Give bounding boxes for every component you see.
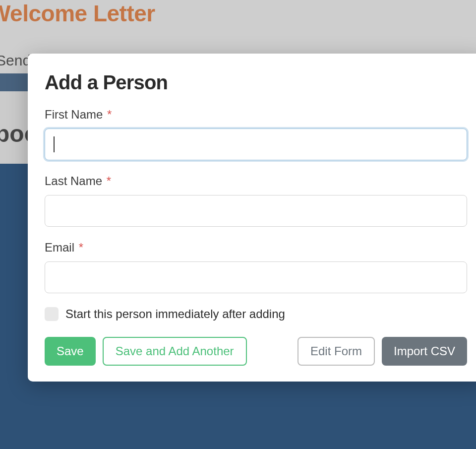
last-name-input[interactable] xyxy=(45,195,467,227)
start-immediately-label: Start this person immediately after addi… xyxy=(65,307,285,321)
first-name-label: First Name * xyxy=(45,108,467,122)
last-name-label: Last Name * xyxy=(45,174,467,188)
email-label-text: Email xyxy=(45,241,74,254)
text-cursor xyxy=(54,136,55,152)
email-group: Email * xyxy=(45,241,467,293)
add-person-modal: Add a Person First Name * Last Name * Em… xyxy=(28,54,476,382)
last-name-group: Last Name * xyxy=(45,174,467,227)
required-marker: * xyxy=(79,241,83,254)
save-button[interactable]: Save xyxy=(45,337,96,366)
import-csv-button[interactable]: Import CSV xyxy=(382,337,467,366)
modal-button-row: Save Save and Add Another Edit Form Impo… xyxy=(45,337,467,366)
modal-title: Add a Person xyxy=(45,71,467,94)
edit-form-button[interactable]: Edit Form xyxy=(298,337,375,366)
email-label: Email * xyxy=(45,241,467,255)
first-name-input-wrapper xyxy=(45,128,467,160)
first-name-group: First Name * xyxy=(45,108,467,160)
required-marker: * xyxy=(107,174,111,188)
first-name-input[interactable] xyxy=(45,128,467,160)
save-add-another-button[interactable]: Save and Add Another xyxy=(103,337,247,366)
last-name-label-text: Last Name xyxy=(45,174,102,188)
start-immediately-checkbox[interactable] xyxy=(45,307,59,321)
start-immediately-row: Start this person immediately after addi… xyxy=(45,307,467,321)
first-name-label-text: First Name xyxy=(45,108,103,121)
required-marker: * xyxy=(107,108,112,121)
email-input[interactable] xyxy=(45,261,467,293)
